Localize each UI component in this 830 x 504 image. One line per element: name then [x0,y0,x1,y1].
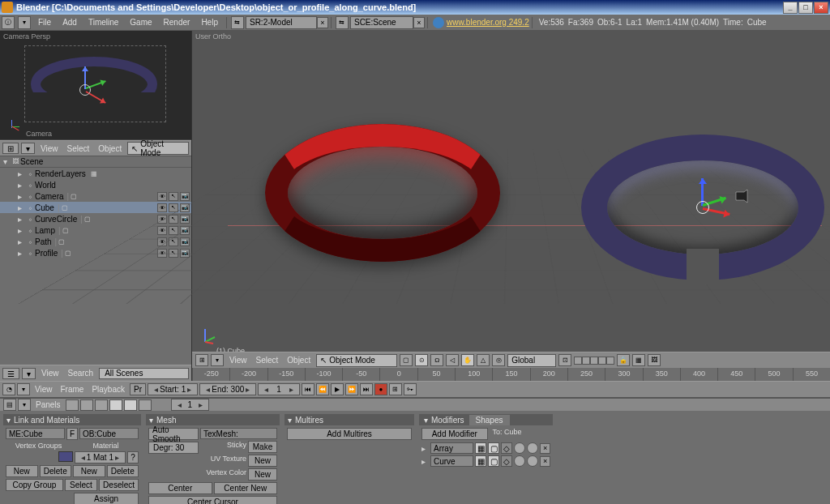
timeline-editor-icon[interactable]: ◔ [2,383,15,395]
editmode-toggle-icon[interactable]: ◇ [501,442,512,454]
manipulator-toggle-icon[interactable]: Ω [430,354,443,366]
disclosure-triangle-icon[interactable]: ▸ [421,444,429,453]
menu-object[interactable]: Object [284,356,314,365]
auto-key-icon[interactable]: ⊞ [389,383,402,395]
outliner-item-camera[interactable]: ▸⬦Camera|▢👁↖📷 [0,190,191,202]
context-shading-icon[interactable] [95,399,108,411]
context-object-icon[interactable] [109,399,122,411]
move-up-icon[interactable] [514,455,525,467]
menu-file[interactable]: File [32,16,57,28]
material-index-field[interactable]: ◂1 Mat 1▸ [75,451,126,463]
menu-help[interactable]: Help [195,16,224,28]
mode-dropdown[interactable]: ↖Object Mode [316,354,397,367]
prev-key-icon[interactable]: ⏪ [316,383,329,395]
mat-new-button[interactable]: New [73,465,105,477]
menu-object[interactable]: Object [95,144,125,153]
3d-viewport[interactable]: User Ortho (1) Cube ⊞ ▾ View Select Obje… [191,31,830,381]
uv-new-button[interactable]: New [248,455,277,467]
buttons-editor-icon[interactable]: ▤ [3,399,16,411]
shading-dropdown-icon[interactable]: ▢ [400,354,413,366]
menu-render[interactable]: Render [158,16,196,28]
next-key-icon[interactable]: ⏩ [345,383,358,395]
menu-search[interactable]: Search [65,369,97,378]
scale-icon[interactable]: ◎ [492,354,505,366]
disclosure-triangle-icon[interactable]: ▸ [18,192,25,201]
blue-ring-object[interactable] [581,135,824,280]
scene-dropdown[interactable]: SCE:Scene [350,16,413,29]
snap-icon[interactable]: ⊡ [558,354,571,366]
jump-start-icon[interactable]: ⏮ [302,383,314,395]
camera-icon[interactable] [734,189,749,203]
render-icon[interactable]: 🖼 [648,354,661,366]
outliner-scene-row[interactable]: ▾ 🖼 Scene [0,156,191,168]
vgroup-delete-button[interactable]: Delete [40,465,72,477]
restrict-view-icon[interactable]: 👁 [157,203,167,212]
modifier-name-field[interactable]: Array [430,442,473,454]
disclosure-triangle-icon[interactable]: ▸ [18,215,25,224]
menu-game[interactable]: Game [124,16,157,28]
sticky-make-button[interactable]: Make [248,441,277,453]
auto-smooth-button[interactable]: Auto Smooth [148,428,199,440]
menu-add[interactable]: Add [57,16,83,28]
render-toggle-icon[interactable]: ▦ [475,442,486,454]
start-frame-field[interactable]: ◂Start: 1▸ [148,383,198,395]
realtime-toggle-icon[interactable]: ▢ [488,442,499,454]
outliner-item-world[interactable]: ▸⬦World [0,179,191,190]
delete-modifier-button[interactable]: × [540,456,550,467]
end-frame-field[interactable]: ◂End: 300▸ [199,383,256,395]
collapse-menus-icon[interactable]: ▾ [18,16,31,29]
material-help-button[interactable]: ? [127,451,139,463]
play-icon[interactable]: ▶ [331,383,344,395]
collapse-icon[interactable]: ▾ [17,383,30,395]
tab-modifiers[interactable]: Modifiers [431,416,464,425]
move-down-icon[interactable] [527,455,538,467]
disclosure-triangle-icon[interactable]: ▸ [421,457,429,466]
move-up-icon[interactable] [514,442,525,454]
translate-icon[interactable]: ◁ [446,354,459,366]
mat-select-button[interactable]: Select [65,479,97,491]
realtime-toggle-icon[interactable]: ▢ [488,455,499,467]
disclosure-triangle-icon[interactable]: ▸ [18,169,25,178]
outliner-editor-icon[interactable]: ☰ [2,368,19,379]
screen-delete-button[interactable]: × [317,17,328,28]
degr-field[interactable]: Degr: 30 [148,442,199,454]
texmesh-field[interactable]: TexMesh: [200,428,277,439]
menu-frame[interactable]: Frame [58,385,88,394]
transform-gizmo-icon[interactable] [670,175,735,240]
editor-type-icon[interactable]: ⊞ [195,354,208,366]
render-toggle-icon[interactable]: ▦ [475,455,486,467]
delete-modifier-button[interactable]: × [540,443,550,454]
mat-delete-button[interactable]: Delete [107,465,139,477]
tab-shapes[interactable]: Shapes [469,415,510,425]
vgroup-new-button[interactable]: New [6,465,38,477]
copy-group-button[interactable]: Copy Group [6,479,63,491]
disclosure-triangle-icon[interactable]: ▾ [3,157,11,166]
scene-prev-icon[interactable]: ⇆ [336,16,349,29]
outliner-display-dropdown[interactable]: All Scenes [99,368,189,379]
header-type-icon[interactable]: ⓘ [2,16,15,29]
context-editing-icon[interactable] [124,399,137,411]
orientation-dropdown[interactable]: Global [507,354,556,367]
outliner-item-cube[interactable]: ▸⬦Cube|▢👁↖📷 [0,202,191,213]
mat-assign-button[interactable]: Assign [74,493,139,504]
disclosure-triangle-icon[interactable]: ▸ [18,203,25,212]
collapse-icon[interactable]: ▾ [18,399,31,411]
menu-select[interactable]: Select [64,144,93,153]
restrict-view-icon[interactable]: 👁 [157,192,167,201]
menu-timeline[interactable]: Timeline [83,16,124,28]
center-new-button[interactable]: Center New [214,482,278,494]
rotate-icon[interactable]: △ [477,354,490,366]
window-maximize-button[interactable]: □ [798,2,813,14]
pivot-icon[interactable]: ⊙ [415,354,428,366]
collapse-icon[interactable]: ▾ [21,143,35,154]
editmode-toggle-icon[interactable]: ◇ [501,455,512,467]
editor-type-icon[interactable]: ⊞ [2,143,19,154]
scene-delete-button[interactable]: × [413,17,425,28]
restrict-render-icon[interactable]: 📷 [180,192,190,201]
move-down-icon[interactable] [527,442,538,454]
render-preview-icon[interactable]: ▦ [632,354,645,366]
mat-deselect-button[interactable]: Deselect [99,479,139,491]
disclosure-triangle-icon[interactable]: ▸ [18,181,25,190]
mesh-name-field[interactable]: ME:Cube [6,428,65,439]
context-script-icon[interactable] [80,399,93,411]
